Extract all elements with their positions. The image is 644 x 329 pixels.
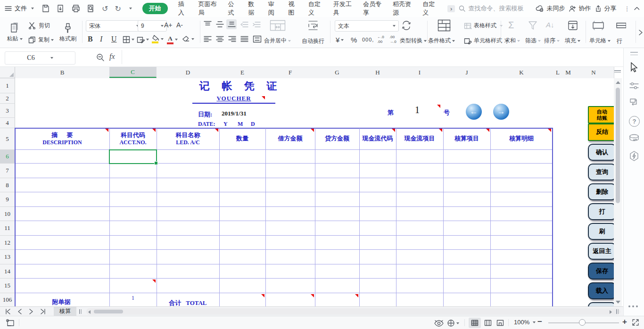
search-box[interactable]: 查找命令、搜索模板 (459, 4, 523, 13)
view-page-layout-button[interactable] (482, 318, 494, 328)
paste-button[interactable]: 粘贴 (4, 19, 25, 46)
share-button[interactable]: 分享 (594, 4, 616, 13)
auto-close-button[interactable]: 自动结账 (588, 106, 614, 123)
tab-home[interactable]: 开始 (142, 3, 168, 14)
cursor-select-icon[interactable] (629, 62, 639, 73)
next-voucher-button[interactable]: → (493, 104, 509, 120)
wrap-text-label[interactable]: 自动换行 (302, 37, 324, 45)
header-cell-accounting-detail[interactable]: 核算明细 (491, 128, 552, 149)
header-cell-description[interactable]: 摘 要DESCRIPTION (16, 128, 109, 149)
zoom-in-button[interactable]: + (622, 317, 627, 327)
fill-color-button[interactable] (152, 35, 164, 43)
column-header-K[interactable]: K (490, 67, 553, 78)
zoom-out-formula-icon[interactable] (96, 53, 105, 62)
column-header-B[interactable]: B (15, 67, 110, 78)
row-header-6[interactable]: 6 (0, 150, 16, 164)
save-icon[interactable] (41, 4, 50, 13)
row-header-2[interactable]: 2 (0, 93, 15, 104)
sum-icon[interactable]: Σ (508, 20, 514, 31)
distributed-icon[interactable] (253, 35, 262, 43)
row-header-4[interactable]: 4 (0, 118, 15, 128)
row-header-106[interactable]: 106 (0, 293, 15, 306)
export-icon[interactable] (57, 4, 65, 13)
cut-button[interactable]: 剪切 (28, 22, 50, 30)
type-convert-button[interactable]: 类型转换 (400, 37, 427, 45)
column-header-D[interactable]: D (157, 67, 220, 78)
copy-button[interactable]: 复制 (28, 36, 54, 44)
merge-cells-icon[interactable] (270, 20, 286, 31)
row-header-3[interactable]: 3 (0, 104, 15, 118)
header-cell-led-ac[interactable]: 科目名称LED. A/C (157, 128, 219, 149)
align-middle-icon[interactable] (216, 21, 224, 28)
query-button[interactable]: 查询 (588, 164, 614, 181)
cells-button[interactable]: 单元格 (589, 37, 611, 45)
row-header-9[interactable]: 9 (0, 192, 15, 207)
clear-format-button[interactable] (182, 36, 194, 42)
header-cell-cashflow-code[interactable]: 现金流代码 (360, 128, 396, 149)
column-header-F[interactable]: F (265, 67, 315, 78)
row-header-7[interactable]: 7 (0, 164, 15, 178)
horizontal-scrollbar[interactable] (86, 308, 620, 315)
vertical-scroll-thumb[interactable] (616, 88, 620, 203)
date-value[interactable]: 2019/1/31 (222, 110, 247, 117)
row-icon[interactable] (616, 20, 626, 31)
justify-icon[interactable] (240, 36, 248, 42)
column-header-E[interactable]: E (219, 67, 266, 78)
font-color-button[interactable]: A (167, 35, 178, 44)
ribbon-more-chevron-icon[interactable] (638, 29, 643, 36)
eye-protection-icon[interactable] (434, 320, 444, 327)
prev-voucher-button[interactable]: ← (466, 104, 482, 120)
conditional-format-button[interactable]: 条件格式 (428, 37, 455, 45)
number-format-select[interactable]: 文本 (335, 20, 399, 32)
row-header-8[interactable]: 8 (0, 178, 15, 192)
row-header-5[interactable]: 5 (0, 128, 15, 150)
italic-button[interactable]: I (100, 35, 102, 43)
percent-button[interactable]: % (351, 36, 357, 44)
zoom-slider-knob[interactable] (579, 319, 586, 326)
next-sheet-icon[interactable] (28, 309, 34, 314)
underline-button[interactable]: U (111, 35, 117, 43)
header-cell-cashflow-item[interactable]: 现金流项目 (396, 128, 443, 149)
tab-custom-1[interactable]: 自定义 (308, 0, 323, 17)
help-icon[interactable]: ? (629, 116, 640, 127)
view-page-break-button[interactable] (494, 318, 506, 328)
tab-member[interactable]: 会员专享 (363, 0, 382, 17)
tab-formulas[interactable]: 公式 (228, 0, 238, 17)
row-header-13[interactable]: 13 (0, 250, 15, 264)
voucher-no-value[interactable]: 1 (415, 105, 420, 115)
header-cell-acct-no[interactable]: 科目代码ACCT.NO. (110, 128, 156, 149)
filter-icon[interactable] (528, 21, 537, 30)
format-painter-button[interactable]: 格式刷 (56, 19, 80, 46)
align-left-icon[interactable] (204, 36, 212, 42)
fill-icon[interactable] (568, 20, 578, 31)
quick-actions-bolt-icon[interactable] (629, 151, 639, 161)
row-button[interactable]: 行 (617, 37, 622, 45)
refresh-button[interactable]: 刷 (588, 223, 614, 240)
font-name-select[interactable]: 宋体 (86, 20, 142, 32)
currency-button[interactable]: ¥ (336, 36, 344, 44)
increase-indent-icon[interactable] (253, 21, 261, 28)
quick-access-chevron-icon[interactable] (129, 8, 132, 9)
tab-developer[interactable]: 开发工具 (333, 0, 353, 17)
undo-icon[interactable]: ↺ (102, 4, 108, 13)
redo-icon[interactable]: ↻ (115, 4, 121, 13)
draw-border-button[interactable] (137, 36, 149, 43)
tab-overflow-chevron[interactable]: › (447, 5, 455, 12)
sheet-grid[interactable]: 1 2 3 4 5 6 7 8 9 10 11 12 13 14 15 106 (0, 78, 614, 306)
cell-style-button[interactable]: 单元格样式 (464, 37, 508, 45)
header-cell-accounting-item[interactable]: 核算项目 (444, 128, 490, 149)
collapse-ribbon-icon[interactable] (634, 7, 639, 10)
properties-sliders-icon[interactable] (629, 82, 639, 90)
save-voucher-button[interactable]: 保存 (588, 263, 614, 280)
first-sheet-icon[interactable] (5, 309, 11, 314)
tab-data[interactable]: 数据 (248, 0, 258, 17)
select-all-corner[interactable] (0, 67, 15, 78)
column-header-M[interactable]: M (563, 67, 574, 78)
data-transfer-icon[interactable] (629, 98, 639, 107)
delete-button[interactable]: 删除 (588, 183, 614, 200)
column-header-L[interactable]: L (553, 67, 563, 78)
sum-button[interactable]: 求和 (504, 37, 520, 45)
vertical-split-handle[interactable] (614, 69, 621, 74)
vertical-scrollbar[interactable] (614, 78, 622, 306)
header-cell-debit[interactable]: 借方金额 (266, 128, 314, 149)
